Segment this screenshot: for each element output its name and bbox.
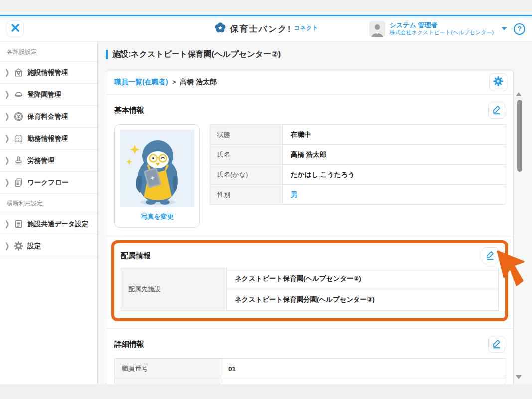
basic-info-table: 状態 在職中 氏名 高橋 浩太郎 氏名(かな) たかはし こうたろう [210,124,505,205]
facility-building-icon [13,67,24,78]
assignment-table: 配属先施設 ネクストビート保育園(ヘルプセンター②) ネクストビート保育園分園(… [121,268,499,311]
sidebar-item-label: 施設情報管理 [27,68,68,77]
chevron-right-icon: ❯ [5,219,9,228]
scrollbar-thumb[interactable] [517,100,522,172]
pencil-edit-icon [485,249,496,262]
chevron-right-icon: ❯ [5,156,9,165]
breadcrumb: 職員一覧(在職者) > 高橋 浩太郎 [106,70,513,95]
avatar [369,21,385,37]
sidebar-item-label: ワークフロー [27,178,68,187]
detail-info-edit-button[interactable] [488,336,505,353]
assigned-facility-value: ネクストビート保育園分園(ヘルプセンター③) [227,289,498,310]
main-content: 施設:ネクストビート保育園(ヘルプセンター②) 職員一覧(在職者) > 高橋 浩… [98,42,532,384]
breadcrumb-link-staff-list[interactable]: 職員一覧(在職者) [114,78,168,87]
row-value: 男 [283,185,505,204]
sidebar-item-work-info[interactable]: ❯ 勤務情報管理 [0,128,97,150]
display-settings-button[interactable] [489,73,507,91]
top-header: 保育士バンク! コネクト システム 管理者 株式会社ネクストビート(ヘルプセンタ… [0,16,532,42]
chevron-right-icon: ❯ [5,178,9,187]
sidebar-section-label: 横断利用設定 [0,194,97,213]
table-row: 氏名(かな) たかはし こうたろう [210,165,505,185]
app-window: 保育士バンク! コネクト システム 管理者 株式会社ネクストビート(ヘルプセンタ… [0,15,532,384]
sidebar-item-settings[interactable]: ❯ [0,235,97,257]
question-icon: ? [517,25,522,33]
row-value: たかはし こうたろう [283,165,505,184]
scrollbar-down-arrow[interactable] [516,375,522,379]
data-document-icon [13,219,24,230]
scrollbar-up-arrow[interactable] [516,92,522,96]
flower-logo-icon [214,21,227,36]
sidebar-item-facility-info[interactable]: ❯ 施設情報管理 [0,62,97,84]
table-row: 氏名 高橋 浩太郎 [210,145,505,165]
sidebar-item-label: 施設共通データ設定 [27,220,88,229]
pencil-edit-icon [491,104,502,117]
row-value: 高橋 浩太郎 [283,145,505,164]
assignment-info-title: 配属情報 [121,251,151,261]
user-info: システム 管理者 株式会社ネクストビート(ヘルプセンター) [390,21,494,36]
chevron-right-icon: ❯ [5,90,9,99]
chevron-right-icon: ❯ [5,134,9,143]
section-divider [106,236,513,236]
row-value: 在職中 [283,125,505,144]
user-menu[interactable]: システム 管理者 株式会社ネクストビート(ヘルプセンター) [369,21,514,37]
workflow-documents-icon [13,177,24,188]
gear-icon [493,76,504,89]
sidebar-item-workflow[interactable]: ❯ ワークフロー [0,172,97,194]
basic-info-section: 基本情報 [106,95,513,236]
help-button[interactable]: ? [514,23,525,35]
row-label: 職員番号 [115,359,220,379]
sidebar-item-fees[interactable]: ❯ 保育料金管理 [0,106,97,128]
sidebar-item-label: 登降園管理 [27,90,61,99]
assignment-info-section-highlighted: 配属情報 配属先施設 [111,240,508,321]
page-title: 施設:ネクストビート保育園(ヘルプセンター②) [112,49,281,60]
close-icon [10,23,20,35]
user-organization: 株式会社ネクストビート(ヘルプセンター) [390,29,494,36]
table-row: 職員番号 01 [115,359,505,379]
page-title-row: 施設:ネクストビート保育園(ヘルプセンター②) [106,49,532,60]
sidebar-item-shared-data[interactable]: ❯ 施設共通データ設定 [0,213,97,235]
logo-brand-text: 保育士バンク! [230,23,292,35]
assignment-info-edit-button[interactable] [482,247,499,264]
sidebar-item-label: 保育料金管理 [27,112,68,121]
close-menu-button[interactable] [7,20,24,37]
table-row: 状態 在職中 [210,125,505,145]
sidebar-item-label: 勤務情報管理 [27,134,68,143]
row-label: 配属先施設 [121,268,227,310]
gear-icon [13,241,24,252]
yen-coin-icon [13,111,24,122]
basic-info-edit-button[interactable] [488,102,505,119]
row-value: 園長 [220,379,505,384]
staff-detail-card: 職員一覧(在職者) > 高橋 浩太郎 [106,70,514,384]
title-accent-bar [106,50,108,59]
table-row: 職種 園長 [115,379,505,384]
stamp-icon [13,155,24,166]
app-logo: 保育士バンク! コネクト [214,21,319,36]
chevron-right-icon: ❯ [5,112,9,121]
hat-icon [13,89,24,100]
row-label: 氏名(かな) [210,165,283,184]
row-label: 性別 [210,185,283,204]
row-label: 状態 [210,125,283,144]
logo-suffix-text: コネクト [294,24,318,32]
sidebar-item-labor[interactable]: ❯ 労務管理 [0,150,97,172]
pencil-edit-icon [491,338,502,351]
sidebar-item-label: 設定 [27,242,41,251]
breadcrumb-current: 高橋 浩太郎 [180,78,217,87]
staff-photo-card: 写真を変更 [114,124,200,228]
table-row: 性別 男 [210,185,505,204]
sidebar-item-attendance[interactable]: ❯ 登降園管理 [0,84,97,106]
user-name: システム 管理者 [390,21,494,29]
change-photo-link[interactable]: 写真を変更 [141,212,173,221]
sidebar: 各施設設定 ❯ 施設情報管理 ❯ [0,42,98,384]
chevron-right-icon: ❯ [5,241,9,250]
chevron-down-icon [502,27,507,30]
staff-photo-penguin-mascot [120,130,194,207]
sidebar-item-label: 労務管理 [27,156,54,165]
basic-info-title: 基本情報 [114,106,144,115]
row-label: 氏名 [210,145,283,164]
chevron-right-icon: ❯ [5,68,9,77]
calendar-icon [13,133,24,144]
detail-info-table: 職員番号 01 職種 園長 [114,358,505,384]
detail-info-section: 詳細情報 職員番号 [106,329,513,384]
detail-info-title: 詳細情報 [114,340,144,349]
